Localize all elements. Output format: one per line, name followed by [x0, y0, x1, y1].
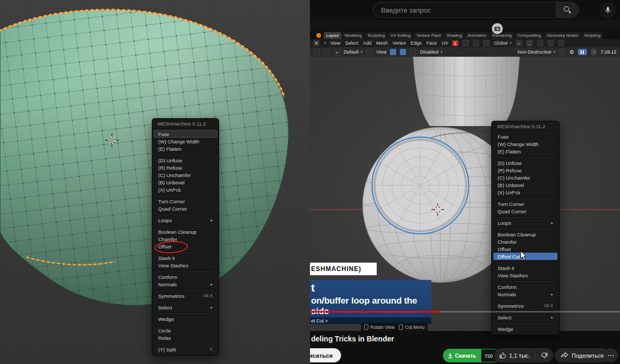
menu-item-view-stashes[interactable]: View Stashes: [154, 262, 217, 269]
tab-rendering[interactable]: Rendering: [490, 32, 514, 39]
menu-item-fuse[interactable]: Fuse: [154, 130, 217, 138]
menu-item-conform[interactable]: Conform: [154, 273, 217, 280]
tab-shading[interactable]: Shading: [444, 32, 464, 39]
menu-item-b-unbevel[interactable]: (B) Unbevel: [154, 179, 217, 186]
menu-item-stash-it[interactable]: Stash it: [154, 254, 217, 262]
tab-scripting[interactable]: Scripting: [582, 32, 603, 39]
pivot-dropdown[interactable]: Default ▾: [344, 49, 363, 55]
menu-item-offset[interactable]: Offset: [154, 243, 217, 250]
menu-add[interactable]: Add: [363, 40, 371, 46]
orientation-dropdown[interactable]: Global ▾: [494, 40, 512, 46]
tab-texture-paint[interactable]: Texture Paint: [414, 32, 443, 39]
select-edge-icon[interactable]: [473, 40, 479, 46]
mode-dropdown[interactable]: Non-Destructive ▾: [518, 49, 555, 55]
screenshot-overlay-button[interactable]: [492, 23, 503, 34]
tab-compositing[interactable]: Compositing: [515, 32, 543, 39]
lock-icon[interactable]: ●: [334, 49, 340, 55]
menu-mesh[interactable]: Mesh: [376, 40, 388, 46]
menu-item-circle[interactable]: Circle: [154, 327, 217, 334]
download-button[interactable]: Скачать: [443, 349, 481, 362]
menu-item-r-refuse[interactable]: (R) Refuse: [493, 167, 557, 174]
menu-item-quad-corner[interactable]: Quad Corner: [154, 205, 217, 212]
menu-item-r-refuse[interactable]: (R) Refuse: [154, 164, 217, 171]
dislike-button[interactable]: [535, 352, 553, 359]
help-icon[interactable]: ?: [591, 49, 597, 55]
menu-item-wedge[interactable]: Wedge: [154, 315, 217, 323]
tab-layout[interactable]: Layout: [324, 32, 342, 39]
menu-item-turn-corner[interactable]: Turn Corner: [493, 200, 557, 207]
menu-item-d-unfuse[interactable]: (D) Unfuse: [154, 157, 217, 164]
pivot-icon[interactable]: [324, 49, 330, 55]
overlay-icon[interactable]: [558, 40, 564, 46]
search-button[interactable]: [556, 2, 579, 18]
menu-item-chamfer[interactable]: Chamfer: [493, 238, 557, 245]
menu-vertex[interactable]: Vertex: [392, 40, 406, 46]
view-dropdown[interactable]: View: [376, 49, 386, 55]
menu-item-symmetrize[interactable]: SymmetrizeAlt X: [154, 292, 217, 299]
proportional-edit-icon[interactable]: ◯: [526, 40, 533, 46]
search-input[interactable]: [373, 2, 556, 18]
tab-animation[interactable]: Animation: [465, 32, 489, 39]
menu-item-y-split[interactable]: (Y) SplitY: [154, 346, 217, 353]
download-icon[interactable]: ↓: [559, 49, 565, 55]
menu-item-relax[interactable]: Relax: [154, 334, 217, 341]
menu-item-loops[interactable]: Loops▸: [154, 216, 217, 224]
menu-view[interactable]: View: [330, 40, 340, 46]
menu-uv[interactable]: UV: [441, 40, 448, 46]
snap-target-icon[interactable]: [537, 40, 543, 46]
tab-uv-editing[interactable]: UV Editing: [388, 32, 413, 39]
menu-item-conform[interactable]: Conform: [493, 283, 557, 290]
menu-item-normals[interactable]: Normals▸: [154, 280, 217, 288]
menu-item-x-unf-ck[interactable]: (X) Unf*ck: [154, 186, 217, 193]
voice-search-button[interactable]: [600, 2, 616, 18]
menu-item-select[interactable]: Select▸: [493, 314, 557, 321]
menu-item-boolean-cleanup[interactable]: Boolean Cleanup: [154, 228, 217, 235]
video-seek-bar[interactable]: [310, 311, 620, 313]
menu-item-x-unf-ck[interactable]: (X) Unf*ck: [493, 189, 557, 196]
pause-button[interactable]: [578, 49, 587, 55]
tab-modeling[interactable]: Modeling: [342, 32, 364, 39]
more-actions-button[interactable]: ⋯: [604, 348, 618, 362]
menu-item-d-unfuse[interactable]: (D) Unfuse: [493, 159, 557, 167]
menu-item-loops[interactable]: Loops▸: [493, 219, 557, 226]
menu-item-b-unbevel[interactable]: (B) Unbevel: [493, 181, 557, 189]
menu-item-w-change-width[interactable]: (W) Change Width: [493, 140, 557, 148]
menu-item-c-unchamfer[interactable]: (C) Unchamfer: [154, 171, 217, 179]
share-button[interactable]: Поделиться: [555, 348, 609, 362]
menu-item-turn-corner[interactable]: Turn Corner: [154, 197, 217, 205]
menu-item-quad-corner[interactable]: Quad Corner: [493, 207, 557, 215]
transform-icon[interactable]: [314, 49, 320, 55]
menu-item-symmetrize[interactable]: SymmetrizeAlt X: [493, 302, 557, 309]
menu-item-boolean-cleanup[interactable]: Boolean Cleanup: [493, 231, 557, 238]
subscribe-button[interactable]: Подписаться: [310, 348, 341, 362]
tab-geometry-nodes[interactable]: Geometry Nodes: [544, 32, 581, 39]
tab-sculpting[interactable]: Sculpting: [365, 32, 388, 39]
menu-item-c-unchamfer[interactable]: (C) Unchamfer: [493, 174, 557, 181]
menu-item-e-flatten[interactable]: (E) Flatten: [154, 145, 217, 152]
menu-item-chamfer[interactable]: Chamfer: [154, 235, 217, 243]
menu-select[interactable]: Select: [345, 40, 358, 46]
snap-magnet-icon[interactable]: U: [516, 40, 522, 46]
menu-edge[interactable]: Edge: [410, 40, 421, 46]
menu-item-e-flatten[interactable]: (E) Flatten: [493, 148, 557, 155]
menu-item-w-change-width[interactable]: (W) Change Width: [154, 138, 217, 145]
like-button[interactable]: 1,1 тыс.: [494, 352, 535, 359]
menu-item-select[interactable]: Select▸: [154, 304, 217, 311]
grid-icon[interactable]: [366, 49, 373, 55]
menu-item-normals[interactable]: Normals▸: [493, 290, 557, 298]
menu-item-stash-it[interactable]: Stash it: [493, 264, 557, 272]
select-face-icon[interactable]: [483, 40, 490, 46]
menu-item-view-stashes[interactable]: View Stashes: [493, 272, 557, 279]
swap-icon[interactable]: [410, 49, 416, 55]
menu-face[interactable]: Face: [426, 40, 437, 46]
menu-item-fuse[interactable]: Fuse: [493, 133, 557, 140]
gear-icon[interactable]: ⚙: [569, 49, 574, 56]
toggle-a-icon[interactable]: [390, 49, 396, 55]
menu-item-wedge[interactable]: Wedge: [493, 325, 557, 332]
select-vertex-icon[interactable]: [462, 40, 469, 46]
toggle-b-icon[interactable]: [400, 49, 406, 55]
xray-icon[interactable]: [547, 40, 554, 46]
disabled-dropdown[interactable]: Disabled ▾: [420, 49, 442, 55]
blender-viewport-left[interactable]: MESHmachine 0.11.2 Fuse(W) Change Width(…: [0, 0, 310, 364]
edit-mode-icon[interactable]: ▣: [313, 40, 319, 46]
